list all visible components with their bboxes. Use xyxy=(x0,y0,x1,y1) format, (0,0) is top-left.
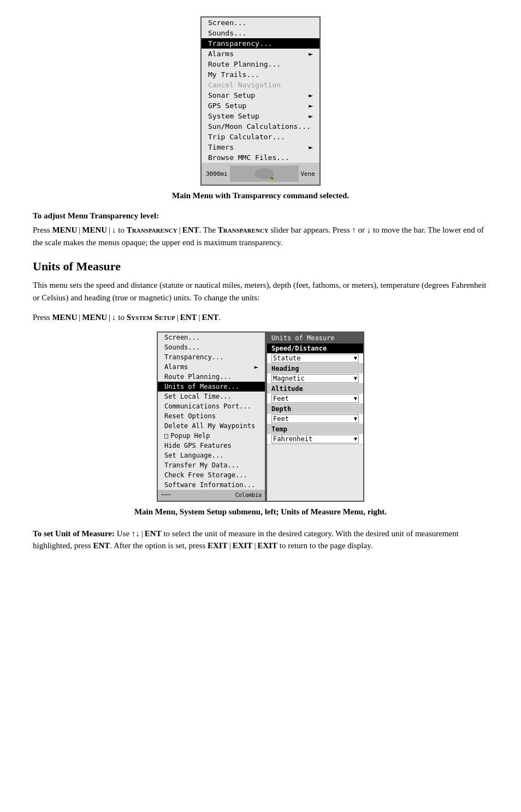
dropdown-value[interactable]: Feet▼ xyxy=(271,414,359,423)
section1-heading: To adjust Menu Transparency level: xyxy=(33,211,488,221)
top-menu-item[interactable]: Sun/Moon Calculations... xyxy=(202,121,319,132)
right-menu-dropdown-row[interactable]: Magnetic▼ xyxy=(267,374,363,384)
map-right-label: Vene xyxy=(301,170,316,177)
right-menu-box: Units of Measure Speed/DistanceStatute▼H… xyxy=(266,331,364,502)
section1-body: Press MENU | MENU | ↓ to Transparency | … xyxy=(33,224,488,248)
right-menu-section-label: Speed/Distance xyxy=(267,343,363,353)
top-menu-item[interactable]: Timers► xyxy=(202,142,319,152)
bottom-caption: Main Menu, System Setup submenu, left; U… xyxy=(33,507,488,517)
left-menu-item[interactable]: Reset Options xyxy=(158,411,265,421)
press-line-section2: Press MENU | MENU | ↓ to System Setup | … xyxy=(33,311,488,324)
left-menu-item[interactable]: Delete All My Waypoints xyxy=(158,421,265,431)
left-menu-item[interactable]: Set Local Time... xyxy=(158,392,265,401)
top-menu-item[interactable]: Browse MMC Files... xyxy=(202,152,319,163)
dropdown-value[interactable]: Feet▼ xyxy=(271,394,359,403)
right-menu-dropdown-row[interactable]: Statute▼ xyxy=(267,353,363,364)
right-menu-dropdown-row[interactable]: Fahrenheit▼ xyxy=(267,434,363,444)
top-menu-item[interactable]: Route Planning... xyxy=(202,59,319,69)
top-menu-item[interactable]: Sounds... xyxy=(202,28,319,38)
right-menu-dropdown-row[interactable]: Feet▼ xyxy=(267,414,363,424)
left-menu-item[interactable]: Alarms► xyxy=(158,362,265,372)
dropdown-value[interactable]: Magnetic▼ xyxy=(271,374,359,383)
left-menu-item[interactable]: Transfer My Data... xyxy=(158,460,265,470)
right-menu-section-label: Temp xyxy=(267,424,363,434)
top-menu-item[interactable]: My Trails... xyxy=(202,69,319,80)
right-menu-section-label: Depth xyxy=(267,404,363,414)
top-menu-item[interactable]: System Setup► xyxy=(202,111,319,121)
top-menu-box: Screen...Sounds...Transparency...Alarms►… xyxy=(200,16,321,186)
left-menu-box: Screen...Sounds...Transparency...Alarms►… xyxy=(157,331,266,502)
top-screenshot-area: Screen...Sounds...Transparency...Alarms►… xyxy=(33,16,488,186)
dropdown-value[interactable]: Statute▼ xyxy=(271,354,359,363)
top-menu-item[interactable]: Sonar Setup► xyxy=(202,90,319,100)
left-menu-item[interactable]: Screen... xyxy=(158,333,265,342)
top-caption: Main Menu with Transparency command sele… xyxy=(33,191,488,200)
dropdown-value[interactable]: Fahrenheit▼ xyxy=(271,435,359,443)
section2-heading: Units of Measure xyxy=(33,259,488,274)
left-menu-item[interactable]: Communications Port... xyxy=(158,401,265,411)
top-menu-item[interactable]: Transparency... xyxy=(202,38,319,49)
right-menu-dropdown-row[interactable]: Feet▼ xyxy=(267,394,363,404)
double-screenshot-area: Screen...Sounds...Transparency...Alarms►… xyxy=(33,331,488,502)
left-menu-item[interactable]: □Popup Help xyxy=(158,431,265,441)
right-menu-header: Units of Measure xyxy=(267,333,363,343)
left-menu-item[interactable]: Route Planning... xyxy=(158,372,265,382)
map-left-label: 3000mi xyxy=(206,170,228,177)
right-menu-section-label: Heading xyxy=(267,364,363,374)
top-menu-item[interactable]: Alarms► xyxy=(202,49,319,59)
section2-intro: This menu sets the speed and distance (s… xyxy=(33,279,488,304)
left-menu-item[interactable]: Hide GPS Features xyxy=(158,441,265,451)
svg-text:🐢: 🐢 xyxy=(269,176,274,181)
left-menu-item[interactable]: Sounds... xyxy=(158,342,265,352)
top-menu-item[interactable]: Screen... xyxy=(202,17,319,28)
left-menu-item[interactable]: Software Information... xyxy=(158,480,265,490)
left-menu-item[interactable]: Units of Measure... xyxy=(158,382,265,392)
map-area: 3000mi 🐢 Vene xyxy=(202,163,319,185)
left-menu-item[interactable]: Set Language... xyxy=(158,451,265,460)
top-menu-item[interactable]: GPS Setup► xyxy=(202,100,319,111)
left-menu-map-strip: ~~~Colombia xyxy=(158,490,265,501)
top-menu-item[interactable]: Trip Calculator... xyxy=(202,132,319,142)
section3-body: To set Unit of Measure: Use ↑↓ | ENT to … xyxy=(33,527,488,552)
left-menu-item[interactable]: Check Free Storage... xyxy=(158,470,265,480)
left-menu-item[interactable]: Transparency... xyxy=(158,352,265,362)
top-menu-item[interactable]: Cancel Navigation xyxy=(202,80,319,90)
right-menu-section-label: Altitude xyxy=(267,384,363,394)
